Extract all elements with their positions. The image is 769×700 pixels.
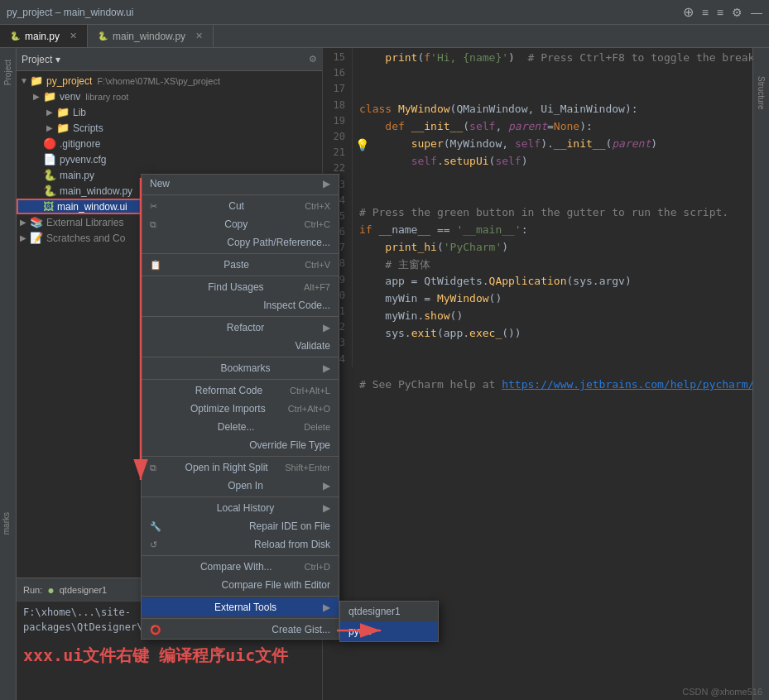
menu-item-validate[interactable]: Validate [142, 337, 339, 355]
menu-item-copy-path[interactable]: Copy Path/Reference... [142, 233, 339, 252]
tab-bar: 🐍 main.py ✕ 🐍 main_window.py ✕ [0, 25, 769, 48]
open-in-arrow-icon: ▶ [323, 480, 330, 491]
py-icon: 🐍 [10, 31, 20, 41]
py-icon-2: 🐍 [98, 31, 108, 41]
tree-project-root[interactable]: ▼ 📁 py_project F:\xhome\07ML-XS\py_proje… [17, 73, 322, 89]
cut-icon: ✂ [150, 201, 163, 212]
menu-separator-10 [142, 596, 339, 597]
menu-item-external-tools[interactable]: External Tools ▶ [142, 598, 339, 616]
menu-item-cut[interactable]: ✂ Cut Ctrl+X [142, 197, 339, 215]
menu-item-find-usages[interactable]: Find Usages Alt+F7 [142, 278, 339, 296]
code-line-19: def __init__(self, parent=None): [359, 118, 752, 136]
submenu-item-pyuic[interactable]: pyuic [340, 621, 438, 641]
run-label: Run: [23, 585, 42, 595]
menu-item-reload[interactable]: ↺ Reload from Disk [142, 535, 339, 554]
output-annotation-text: xxx.ui文件右键 编译程序uic文件 [23, 645, 288, 665]
tab-main-py[interactable]: 🐍 main.py ✕ [0, 25, 88, 47]
code-line-22 [359, 170, 752, 188]
run-status-dot: ● [47, 583, 54, 597]
gutter-bulb-icon[interactable]: 💡 [355, 136, 369, 154]
code-line-32 [359, 343, 752, 360]
code-line-29: myWin = MyWindow() [359, 290, 752, 308]
menu-separator-2 [142, 253, 339, 254]
code-line-31: sys.exit(app.exec_()) [359, 325, 752, 343]
tree-lib[interactable]: ▶ 📁 Lib [17, 104, 322, 120]
watermark: CSDN @xhome516 [682, 687, 762, 697]
tab-close-2[interactable]: ✕ [195, 31, 203, 41]
menu-item-create-gist[interactable]: ⭕ Create Gist... [142, 621, 339, 639]
menu-item-paste[interactable]: 📋 Paste Ctrl+V [142, 256, 339, 274]
left-sidebar-strip: Project marks [0, 48, 17, 700]
toolbar-icon-gear[interactable]: ⚙ [732, 6, 743, 19]
project-toolbar: Project ▾ ⚙ [17, 48, 322, 71]
code-line-21: self.setupUi(self) [359, 153, 752, 170]
toolbar-icon-add[interactable]: ⊕ [683, 4, 694, 20]
menu-item-open-right-split[interactable]: ⧉ Open in Right Split Shift+Enter [142, 458, 339, 477]
toolbar-icon-list[interactable]: ≡ [702, 6, 709, 19]
menu-item-optimize-imports[interactable]: Optimize Imports Ctrl+Alt+O [142, 400, 339, 418]
menu-item-new[interactable]: New ▶ [142, 175, 339, 193]
code-line-27: # 主窗体 [359, 257, 752, 274]
submenu-external-tools: qtdesigner1 pyuic [339, 601, 439, 642]
menu-item-compare-with[interactable]: Compare With... Ctrl+D [142, 558, 339, 576]
tree-venv[interactable]: ▶ 📁 venv library root [17, 89, 322, 104]
code-line-17 [359, 84, 752, 102]
marks-label[interactable]: marks [2, 512, 11, 535]
tree-pyvenv[interactable]: 📄 pyvenv.cfg [17, 151, 322, 167]
menu-separator-4 [142, 316, 339, 317]
code-line-25: if __name__ == '__main__': [359, 222, 752, 239]
menu-separator-8 [142, 496, 339, 497]
code-line-30: myWin.show() [359, 308, 752, 325]
toolbar-gear-icon[interactable]: ⚙ [309, 54, 317, 65]
menu-separator-6 [142, 379, 339, 380]
menu-item-open-in[interactable]: Open In ▶ [142, 477, 339, 495]
refactor-arrow-icon: ▶ [323, 322, 330, 333]
menu-separator-11 [142, 618, 339, 619]
menu-item-inspect[interactable]: Inspect Code... [142, 296, 339, 314]
project-label[interactable]: Project [3, 60, 12, 85]
menu-item-delete[interactable]: Delete... Delete [142, 418, 339, 436]
menu-item-local-history[interactable]: Local History ▶ [142, 499, 339, 517]
code-line-18: class MyWindow(QMainWindow, Ui_MainWindo… [359, 101, 752, 118]
menu-item-override-file-type[interactable]: Override File Type [142, 436, 339, 454]
menu-item-compare-editor[interactable]: Compare File with Editor [142, 576, 339, 594]
menu-item-refactor[interactable]: Refactor ▶ [142, 319, 339, 337]
repair-icon: 🔧 [150, 521, 163, 532]
menu-separator-7 [142, 456, 339, 457]
open-right-icon: ⧉ [150, 463, 163, 473]
arrow-icon: ▶ [323, 178, 330, 189]
code-line-23 [359, 187, 752, 204]
code-line-20: super(MyWindow, self).__init__(parent) [359, 136, 752, 153]
code-lines: print(f'Hi, {name}') # Press Ctrl+F8 to … [359, 48, 752, 394]
menu-separator-5 [142, 357, 339, 357]
menu-separator-9 [142, 555, 339, 556]
copy-icon: ⧉ [150, 219, 163, 230]
toolbar-icon-list2[interactable]: ≡ [717, 6, 723, 19]
menu-item-bookmarks[interactable]: Bookmarks ▶ [142, 359, 339, 377]
top-bar: py_project – main_window.ui ⊕ ≡ ≡ ⚙ — [0, 0, 769, 25]
menu-item-repair-ide[interactable]: 🔧 Repair IDE on File [142, 517, 339, 535]
tab-main-window-py[interactable]: 🐍 main_window.py ✕ [88, 25, 214, 47]
menu-item-reformat[interactable]: Reformat Code Ctrl+Alt+L [142, 381, 339, 400]
tab-close[interactable]: ✕ [70, 31, 77, 41]
code-line-15: print(f'Hi, {name}') # Press Ctrl+F8 to … [359, 50, 752, 67]
submenu-item-qtdesigner1[interactable]: qtdesigner1 [340, 602, 438, 621]
external-tools-arrow-icon: ▶ [323, 602, 330, 613]
structure-label[interactable]: Structure [757, 76, 766, 110]
menu-separator-3 [142, 276, 339, 276]
code-line-33 [359, 359, 752, 376]
code-line-28: app = QtWidgets.QApplication(sys.argv) [359, 273, 752, 290]
menu-item-copy[interactable]: ⧉ Copy Ctrl+C [142, 215, 339, 233]
tree-gitignore[interactable]: 🔴 .gitignore [17, 136, 322, 151]
paste-icon: 📋 [150, 260, 163, 271]
code-line-24: # Press the green button in the gutter t… [359, 204, 752, 222]
toolbar-icon-minimize[interactable]: — [751, 6, 762, 19]
context-menu: New ▶ ✂ Cut Ctrl+X ⧉ Copy Ctrl+C Copy Pa… [141, 174, 339, 640]
code-line-16 [359, 67, 752, 84]
code-content: 1516171819202122232425262728293031323334… [323, 48, 752, 394]
project-label-text[interactable]: Project ▾ [22, 54, 60, 65]
gist-icon: ⭕ [150, 625, 163, 635]
run-process: qtdesigner1 [60, 585, 108, 595]
bookmarks-arrow-icon: ▶ [323, 362, 330, 374]
tree-scripts[interactable]: ▶ 📁 Scripts [17, 120, 322, 136]
